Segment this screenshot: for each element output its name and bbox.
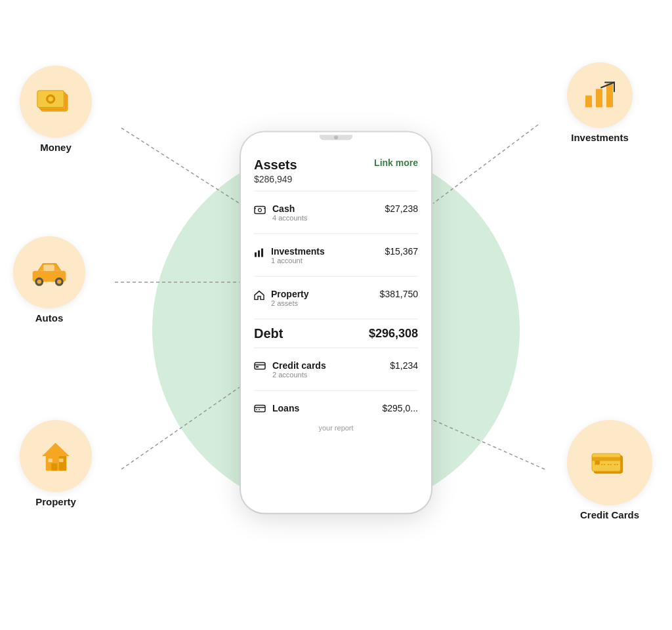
property-row: Property 2 assets $381,750	[254, 284, 418, 312]
investments-sub: 1 account	[271, 257, 325, 264]
investments-name: Investments	[271, 246, 325, 257]
divider-1	[254, 191, 418, 192]
debt-title: Debt	[254, 326, 283, 341]
divider-3	[254, 276, 418, 277]
property-circle	[20, 420, 92, 492]
divider-2	[254, 234, 418, 234]
phone-mockup: Assets $286,949 Link more Cash	[241, 133, 431, 513]
investments-label: Investments	[571, 132, 629, 143]
cash-row: Cash 4 accounts $27,238	[254, 198, 418, 227]
cash-icon	[254, 205, 266, 218]
svg-rect-5	[255, 207, 265, 214]
creditcards-label: Credit Cards	[580, 509, 639, 520]
svg-rect-40	[592, 457, 621, 461]
bubble-investments: Investments	[567, 62, 633, 143]
creditcards-amount: $1,234	[390, 360, 418, 371]
money-label: Money	[40, 142, 72, 153]
svg-rect-11	[261, 249, 263, 257]
property-label: Property	[35, 496, 76, 507]
autos-circle	[13, 236, 85, 308]
svg-rect-12	[255, 363, 265, 369]
property-sub: 2 assets	[271, 299, 309, 307]
assets-header: Assets $286,949 Link more	[254, 158, 418, 184]
property-house-icon	[254, 290, 264, 303]
investments-row: Investments 1 account $15,367	[254, 241, 418, 270]
link-more-button[interactable]: Link more	[374, 158, 418, 168]
svg-point-28	[57, 280, 61, 284]
autos-label: Autos	[35, 312, 64, 324]
svg-point-26	[37, 280, 41, 284]
bubble-property: Property	[20, 420, 92, 507]
svg-rect-14	[256, 366, 259, 368]
svg-rect-34	[59, 459, 63, 463]
bottom-bar: your report	[254, 424, 418, 432]
creditcard-icon	[254, 362, 266, 373]
svg-marker-29	[42, 443, 70, 456]
loans-row: Loans $295,0...	[254, 398, 418, 421]
svg-rect-31	[59, 456, 66, 471]
investments-circle	[567, 62, 633, 128]
svg-rect-10	[258, 251, 260, 257]
svg-rect-32	[51, 463, 57, 471]
svg-rect-35	[585, 96, 592, 108]
svg-rect-37	[606, 84, 613, 108]
debt-total: $296,308	[369, 327, 418, 341]
bubble-creditcards: Credit Cards	[567, 420, 652, 520]
creditcards-circle	[567, 420, 652, 505]
svg-rect-45	[595, 461, 600, 465]
loans-name: Loans	[272, 403, 299, 413]
bubble-autos: Autos	[13, 236, 85, 324]
cash-name: Cash	[272, 203, 307, 214]
svg-point-22	[48, 96, 52, 101]
creditcards-name: Credit cards	[272, 360, 326, 371]
svg-point-6	[259, 209, 262, 212]
loans-icon	[254, 404, 266, 416]
divider-4	[254, 319, 418, 320]
debt-header: Debt $296,308	[254, 326, 418, 341]
svg-rect-33	[48, 459, 52, 463]
investments-amount: $15,367	[385, 246, 418, 257]
bubble-money: Money	[20, 66, 92, 153]
investments-chart-icon	[254, 247, 264, 261]
cash-amount: $27,238	[385, 203, 418, 214]
divider-5	[254, 348, 418, 348]
creditcards-sub: 2 accounts	[272, 371, 326, 379]
svg-rect-24	[43, 264, 54, 270]
loans-amount: $295,0...	[383, 403, 419, 413]
property-amount: $381,750	[380, 289, 418, 299]
svg-rect-9	[255, 253, 257, 257]
svg-rect-15	[255, 406, 265, 412]
creditcards-row: Credit cards 2 accounts $1,234	[254, 355, 418, 384]
money-circle	[20, 66, 92, 138]
assets-total: $286,949	[254, 174, 297, 184]
cash-sub: 4 accounts	[272, 214, 307, 222]
divider-6	[254, 390, 418, 391]
svg-rect-36	[596, 89, 602, 108]
assets-title: Assets	[254, 158, 297, 173]
property-name: Property	[271, 289, 309, 299]
